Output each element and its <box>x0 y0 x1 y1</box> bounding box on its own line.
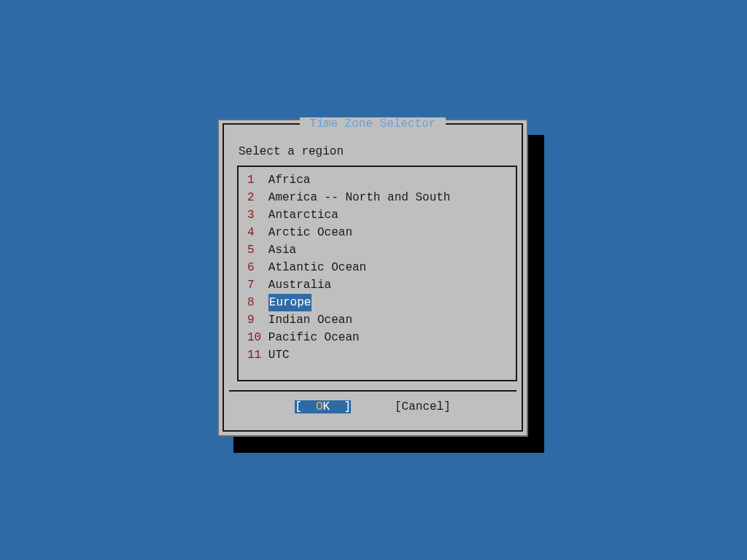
region-list[interactable]: 1 Africa2 America -- North and South3 An… <box>237 166 517 381</box>
list-item[interactable]: 10Pacific Ocean <box>247 329 507 346</box>
list-item-number: 6 <box>247 259 268 276</box>
list-item[interactable]: 11UTC <box>247 346 507 364</box>
list-item-number: 2 <box>247 189 268 206</box>
dialog-prompt: Select a region <box>239 145 344 158</box>
cancel-button[interactable]: [Cancel] <box>395 400 451 413</box>
list-item[interactable]: 1 Africa <box>247 171 507 189</box>
list-item-number: 3 <box>247 206 268 224</box>
title-wrap: Time Zone Selector <box>224 123 522 125</box>
timezone-dialog: Time Zone Selector Select a region 1 Afr… <box>217 119 528 437</box>
list-item-number: 5 <box>247 241 268 259</box>
list-item-number: 8 <box>247 294 268 311</box>
list-item[interactable]: 5 Asia <box>247 241 507 259</box>
list-item-label: Atlantic Ocean <box>268 259 366 276</box>
list-item-label: America -- North and South <box>268 189 451 206</box>
list-item-label: Pacific Ocean <box>268 329 360 346</box>
dialog-inner-border: Time Zone Selector Select a region 1 Afr… <box>222 123 523 432</box>
list-item-label: UTC <box>268 346 290 364</box>
list-item-number: 4 <box>247 224 268 241</box>
list-item-label: Europe <box>268 294 312 311</box>
button-row: [ OK ] [Cancel] <box>224 400 522 413</box>
list-item-label: Arctic Ocean <box>268 224 352 241</box>
list-item[interactable]: 6 Atlantic Ocean <box>247 259 507 276</box>
list-item[interactable]: 3 Antarctica <box>247 206 507 224</box>
list-item-label: Antarctica <box>268 206 338 224</box>
list-item[interactable]: 9 Indian Ocean <box>247 311 507 329</box>
list-item-number: 10 <box>247 329 268 346</box>
list-item[interactable]: 7 Australia <box>247 276 507 294</box>
list-item-label: Australia <box>268 276 331 294</box>
list-item[interactable]: 2 America -- North and South <box>247 189 507 206</box>
list-item-label: Africa <box>268 171 311 189</box>
dialog-title: Time Zone Selector <box>300 117 446 131</box>
list-item-label: Indian Ocean <box>268 311 352 329</box>
ok-button[interactable]: [ OK ] <box>295 400 351 413</box>
list-item[interactable]: 8 Europe <box>247 294 507 311</box>
list-item[interactable]: 4 Arctic Ocean <box>247 224 507 241</box>
desktop-background: Time Zone Selector Select a region 1 Afr… <box>0 0 747 560</box>
list-item-label: Asia <box>268 241 296 259</box>
list-item-number: 7 <box>247 276 268 294</box>
list-item-number: 11 <box>247 346 268 364</box>
list-item-number: 1 <box>247 171 268 189</box>
dialog-divider <box>229 390 516 392</box>
list-item-number: 9 <box>247 311 268 329</box>
